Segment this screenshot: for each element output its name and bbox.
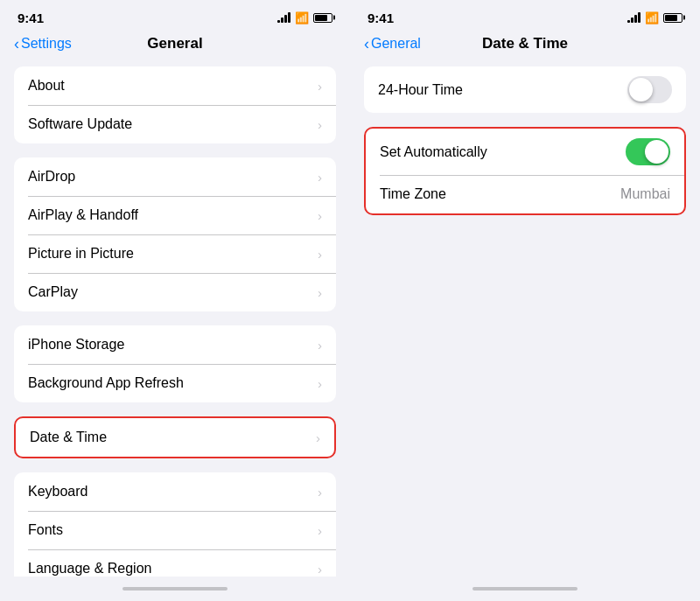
right-status-bar: 9:41 📶	[350, 0, 700, 31]
time-zone-value: Mumbai	[620, 186, 670, 202]
left-status-icons: 📶	[277, 11, 332, 24]
24hour-toggle-knob	[629, 78, 653, 101]
right-back-label: General	[371, 36, 421, 52]
background-refresh-right: ›	[318, 376, 322, 391]
right-group-1: 24-Hour Time	[364, 66, 686, 113]
right-phone-panel: 9:41 📶 ‹ General Date & Time 24-Hour Ti	[350, 0, 700, 601]
24hour-right	[627, 76, 672, 103]
fonts-row[interactable]: Fonts ›	[14, 511, 336, 549]
keyboard-label: Keyboard	[28, 484, 88, 500]
keyboard-chevron-icon: ›	[318, 485, 322, 500]
software-update-chevron-icon: ›	[318, 117, 322, 132]
right-back-chevron-icon: ‹	[364, 36, 369, 52]
left-wifi-icon: 📶	[295, 11, 309, 24]
airdrop-label: AirDrop	[28, 169, 75, 185]
left-back-chevron-icon: ‹	[14, 36, 19, 52]
airplay-handoff-label: AirPlay & Handoff	[28, 207, 138, 223]
about-right: ›	[318, 79, 322, 94]
set-automatically-right	[626, 138, 670, 165]
time-zone-label: Time Zone	[380, 186, 446, 202]
airplay-handoff-chevron-icon: ›	[318, 208, 322, 223]
left-group-1: About › Software Update ›	[14, 66, 336, 143]
airdrop-row[interactable]: AirDrop ›	[14, 157, 336, 196]
24hour-row[interactable]: 24-Hour Time	[364, 66, 686, 113]
iphone-storage-right: ›	[318, 338, 322, 353]
language-region-row[interactable]: Language & Region ›	[14, 549, 336, 577]
right-battery-icon	[663, 13, 682, 23]
keyboard-right: ›	[318, 485, 322, 500]
left-group-5: Keyboard › Fonts › Language & Region › D…	[14, 472, 336, 577]
right-back-button[interactable]: ‹ General	[364, 36, 421, 52]
airdrop-right: ›	[318, 170, 322, 185]
picture-in-picture-chevron-icon: ›	[318, 247, 322, 262]
fonts-right: ›	[318, 523, 322, 538]
left-back-button[interactable]: ‹ Settings	[14, 36, 72, 52]
right-nav-title: Date & Time	[482, 35, 568, 52]
left-signal-icon	[277, 12, 290, 23]
right-status-time: 9:41	[368, 10, 394, 25]
set-automatically-toggle-knob	[645, 140, 668, 164]
airplay-handoff-right: ›	[318, 208, 322, 223]
right-signal-icon	[627, 12, 640, 23]
iphone-storage-row[interactable]: iPhone Storage ›	[14, 325, 336, 364]
left-phone-panel: 9:41 📶 ‹ Settings General About	[0, 0, 350, 601]
background-refresh-label: Background App Refresh	[28, 375, 184, 391]
picture-in-picture-row[interactable]: Picture in Picture ›	[14, 234, 336, 273]
language-region-label: Language & Region	[28, 561, 151, 577]
right-nav-bar: ‹ General Date & Time	[350, 31, 700, 59]
time-zone-right: Mumbai	[620, 186, 670, 202]
date-time-row[interactable]: Date & Time ›	[16, 418, 334, 457]
right-group-2-highlighted: Set Automatically Time Zone Mumbai	[364, 127, 686, 215]
picture-in-picture-right: ›	[318, 247, 322, 262]
left-back-label: Settings	[21, 36, 72, 52]
date-time-label: Date & Time	[30, 430, 107, 445]
left-battery-icon	[313, 13, 332, 23]
carplay-row[interactable]: CarPlay ›	[14, 273, 336, 311]
right-settings-content: 24-Hour Time Set Automatically Tim	[350, 59, 700, 577]
left-home-bar	[122, 587, 228, 591]
picture-in-picture-label: Picture in Picture	[28, 246, 134, 262]
airdrop-chevron-icon: ›	[318, 170, 322, 185]
fonts-chevron-icon: ›	[318, 523, 322, 538]
right-status-icons: 📶	[627, 11, 682, 24]
carplay-chevron-icon: ›	[318, 285, 322, 300]
language-region-right: ›	[318, 562, 322, 577]
left-group-2: AirDrop › AirPlay & Handoff › Picture in…	[14, 157, 336, 311]
software-update-row[interactable]: Software Update ›	[14, 105, 336, 143]
set-automatically-label: Set Automatically	[380, 144, 487, 160]
right-wifi-icon: 📶	[645, 11, 659, 24]
keyboard-row[interactable]: Keyboard ›	[14, 472, 336, 511]
left-nav-bar: ‹ Settings General	[0, 31, 350, 59]
background-refresh-row[interactable]: Background App Refresh ›	[14, 364, 336, 402]
24hour-label: 24-Hour Time	[378, 82, 463, 98]
date-time-right: ›	[316, 430, 320, 445]
left-group-3: iPhone Storage › Background App Refresh …	[14, 325, 336, 402]
left-group-4-highlighted: Date & Time ›	[14, 416, 336, 458]
right-home-indicator	[350, 577, 700, 601]
set-automatically-toggle[interactable]	[626, 138, 670, 165]
right-home-bar	[472, 587, 578, 591]
airplay-handoff-row[interactable]: AirPlay & Handoff ›	[14, 196, 336, 234]
left-status-time: 9:41	[18, 10, 44, 25]
time-zone-row[interactable]: Time Zone Mumbai	[366, 175, 684, 213]
left-nav-title: General	[147, 35, 202, 52]
date-time-chevron-icon: ›	[316, 430, 320, 445]
left-settings-content: About › Software Update › AirDrop ›	[0, 59, 350, 577]
iphone-storage-chevron-icon: ›	[318, 338, 322, 353]
carplay-label: CarPlay	[28, 284, 78, 300]
iphone-storage-label: iPhone Storage	[28, 337, 124, 353]
fonts-label: Fonts	[28, 522, 63, 538]
left-home-indicator	[0, 577, 350, 601]
set-automatically-row[interactable]: Set Automatically	[366, 129, 684, 175]
about-row[interactable]: About ›	[14, 66, 336, 105]
about-chevron-icon: ›	[318, 79, 322, 94]
language-region-chevron-icon: ›	[318, 562, 322, 577]
carplay-right: ›	[318, 285, 322, 300]
about-label: About	[28, 78, 65, 94]
background-refresh-chevron-icon: ›	[318, 376, 322, 391]
24hour-toggle[interactable]	[627, 76, 672, 103]
software-update-right: ›	[318, 117, 322, 132]
software-update-label: Software Update	[28, 116, 132, 132]
left-status-bar: 9:41 📶	[0, 0, 350, 31]
